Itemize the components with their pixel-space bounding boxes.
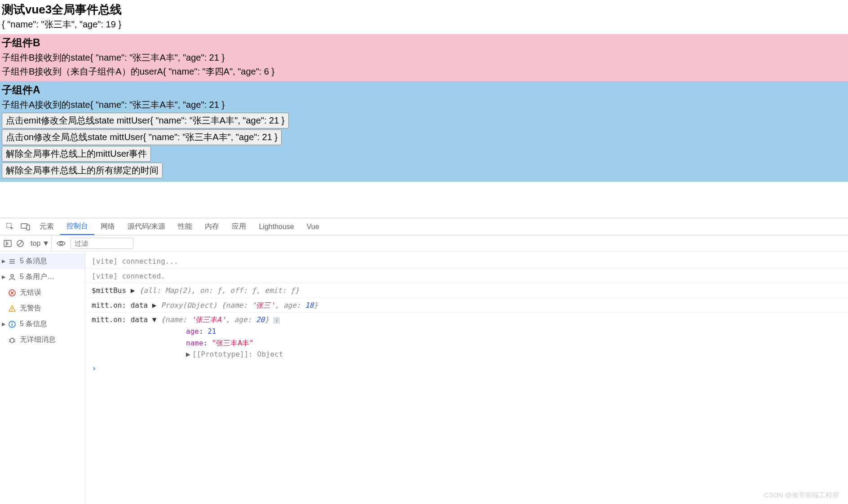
console-row: [vite] connected. xyxy=(85,269,848,283)
sidebar-item-info[interactable]: ▶ 5 条信息 xyxy=(0,316,85,332)
emit-button[interactable]: 点击emit修改全局总线state mittUser{ "name": "张三丰… xyxy=(2,113,289,128)
component-b-line2: 子组件B接收到（来自子组件A）的userA{ "name": "李四A", "a… xyxy=(2,65,846,79)
console-prompt[interactable]: › xyxy=(85,362,848,373)
svg-line-21 xyxy=(9,340,10,340)
expand-arrow-icon: ▶ xyxy=(2,274,5,280)
context-selector[interactable]: top ▼ xyxy=(29,235,52,251)
filter-input[interactable] xyxy=(71,238,133,249)
svg-point-18 xyxy=(12,323,13,323)
sidebar-item-user[interactable]: ▶ 5 条用户… xyxy=(0,269,85,285)
chevron-down-icon: ▼ xyxy=(42,239,49,248)
devtools-panel: 元素 控制台 网络 源代码/来源 性能 内存 应用 Lighthouse Vue… xyxy=(0,218,848,504)
component-b: 子组件B 子组件B接收到的state{ "name": "张三丰A丰", "ag… xyxy=(0,34,848,81)
off-all-button[interactable]: 解除全局事件总线上的所有绑定的时间 xyxy=(2,163,163,178)
svg-line-22 xyxy=(14,340,15,340)
clear-console-icon[interactable] xyxy=(16,239,24,248)
svg-point-11 xyxy=(11,274,13,277)
debug-icon xyxy=(8,336,16,344)
off-mittuser-button[interactable]: 解除全局事件总线上的mittUser事件 xyxy=(2,146,151,162)
expanded-proto[interactable]: ▶[[Prototype]]: Object xyxy=(92,349,848,360)
browser-page: 测试vue3全局事件总线 { "name": "张三丰", "age": 19 … xyxy=(0,0,848,182)
info-badge-icon[interactable]: i xyxy=(273,317,280,324)
console-row[interactable]: mitt.on: data ▶ Proxy(Object) {name: '张三… xyxy=(85,298,848,313)
expand-arrow-icon: ▶ xyxy=(2,258,5,264)
console-sidebar: ▶ 5 条消息 ▶ 5 条用户… 无错误 无警告 ▶ 5 条信息 xyxy=(0,252,85,504)
component-a: 子组件A 子组件A接收到的state{ "name": "张三丰A丰", "ag… xyxy=(0,81,848,182)
device-toolbar-icon[interactable] xyxy=(20,221,31,233)
console-toolbar: top ▼ xyxy=(0,235,848,252)
console-output[interactable]: [vite] connecting... [vite] connected. $… xyxy=(85,252,848,504)
sidebar-label: 无警告 xyxy=(20,304,41,313)
tab-network[interactable]: 网络 xyxy=(94,218,121,235)
tab-console[interactable]: 控制台 xyxy=(60,218,94,235)
sidebar-label: 5 条用户… xyxy=(20,272,54,282)
devtools-body: ▶ 5 条消息 ▶ 5 条用户… 无错误 无警告 ▶ 5 条信息 xyxy=(0,252,848,504)
svg-line-6 xyxy=(18,241,22,246)
sidebar-label: 5 条消息 xyxy=(20,256,47,266)
expanded-prop: age: 21 xyxy=(92,326,848,337)
tab-performance[interactable]: 性能 xyxy=(172,218,199,235)
component-b-line1: 子组件B接收到的state{ "name": "张三丰A丰", "age": 2… xyxy=(2,51,846,65)
warn-icon xyxy=(8,305,16,313)
devtools-tabs: 元素 控制台 网络 源代码/来源 性能 内存 应用 Lighthouse Vue xyxy=(0,218,848,235)
sidebar-label: 5 条信息 xyxy=(20,319,47,329)
eye-icon[interactable] xyxy=(56,239,66,248)
watermark: CSDN @俊哥前端工程师 xyxy=(764,491,839,500)
filter-wrap xyxy=(71,238,133,249)
tab-application[interactable]: 应用 xyxy=(225,218,252,235)
component-b-title: 子组件B xyxy=(2,34,846,51)
expand-arrow-icon: ▶ xyxy=(2,321,5,327)
state-text: { "name": "张三丰", "age": 19 } xyxy=(0,18,848,34)
page-title: 测试vue3全局事件总线 xyxy=(0,0,848,18)
user-icon xyxy=(8,273,16,281)
tab-elements[interactable]: 元素 xyxy=(33,218,60,235)
sidebar-item-warnings[interactable]: 无警告 xyxy=(0,301,85,316)
on-button[interactable]: 点击on修改全局总线state mittUser{ "name": "张三丰A丰… xyxy=(2,129,282,145)
svg-rect-2 xyxy=(26,225,30,230)
tab-sources[interactable]: 源代码/来源 xyxy=(121,218,172,235)
svg-point-16 xyxy=(12,310,13,311)
svg-point-7 xyxy=(60,242,62,245)
expanded-prop: name: "张三丰A丰" xyxy=(92,337,848,349)
info-icon xyxy=(8,320,16,328)
sidebar-label: 无详细消息 xyxy=(20,335,56,345)
sidebar-item-messages[interactable]: ▶ 5 条消息 xyxy=(0,253,85,269)
list-icon xyxy=(8,257,16,265)
tab-memory[interactable]: 内存 xyxy=(199,218,225,235)
tab-vue[interactable]: Vue xyxy=(300,218,326,235)
inspect-icon[interactable] xyxy=(4,221,16,233)
sidebar-item-errors[interactable]: 无错误 xyxy=(0,285,85,301)
tab-lighthouse[interactable]: Lighthouse xyxy=(252,218,300,235)
svg-point-20 xyxy=(10,338,14,343)
console-row: [vite] connecting... xyxy=(85,254,848,269)
svg-line-24 xyxy=(14,341,15,342)
sidebar-label: 无错误 xyxy=(20,288,41,297)
svg-line-23 xyxy=(9,341,10,342)
console-row[interactable]: mitt.on: data ▼ {name: '张三丰A', age: 20} … xyxy=(85,312,848,361)
console-row[interactable]: $mittBus ▶ {all: Map(2), on: ƒ, off: ƒ, … xyxy=(85,283,848,298)
context-label: top xyxy=(31,239,40,248)
sidebar-item-verbose[interactable]: 无详细消息 xyxy=(0,332,85,348)
sidebar-toggle-icon[interactable] xyxy=(4,239,12,248)
component-a-title: 子组件A xyxy=(2,81,846,98)
component-a-line1: 子组件A接收到的state{ "name": "张三丰A丰", "age": 2… xyxy=(2,98,846,112)
svg-rect-3 xyxy=(4,240,11,247)
error-icon xyxy=(8,289,16,297)
